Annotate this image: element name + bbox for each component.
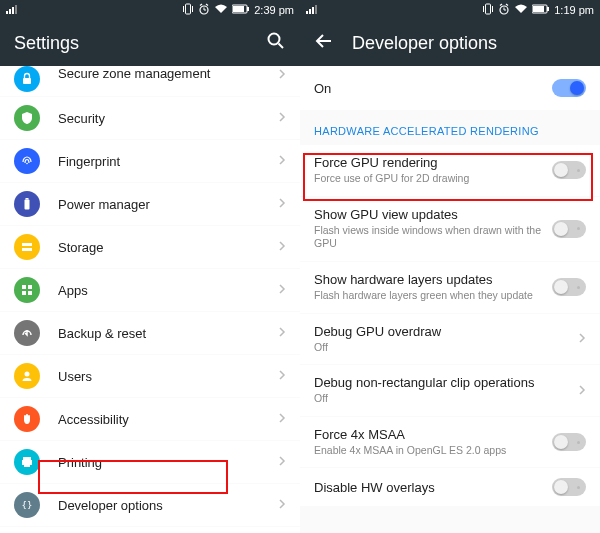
dev-row-force-4x-msaa[interactable]: Force 4x MSAAEnable 4x MSAA in OpenGL ES…: [300, 417, 600, 468]
chevron-right-icon: [578, 330, 586, 348]
settings-row-label: Users: [58, 369, 278, 384]
apps-icon: [14, 277, 40, 303]
dev-row-force-gpu-rendering[interactable]: Force GPU renderingForce use of GPU for …: [300, 145, 600, 196]
dev-row-title: Show GPU view updates: [314, 207, 544, 222]
settings-row-security[interactable]: Security: [0, 97, 300, 139]
search-icon[interactable]: [266, 31, 286, 55]
dev-row-subtitle: Enable 4x MSAA in OpenGL ES 2.0 apps: [314, 444, 544, 458]
page-title: Developer options: [352, 33, 586, 54]
svg-rect-26: [28, 291, 32, 295]
svg-rect-39: [486, 4, 491, 14]
battery-icon: [232, 4, 250, 16]
svg-rect-20: [26, 198, 29, 200]
svg-line-16: [279, 44, 284, 49]
svg-rect-22: [22, 248, 32, 251]
lock-icon: [14, 66, 40, 92]
settings-row-power-manager[interactable]: Power manager: [0, 183, 300, 225]
svg-point-18: [26, 163, 28, 165]
dev-row-title: Debug non-rectangular clip operations: [314, 375, 570, 390]
dev-row-subtitle: Off: [314, 341, 570, 355]
svg-rect-30: [24, 464, 30, 467]
svg-rect-48: [533, 6, 544, 12]
settings-row-accessibility[interactable]: Accessibility: [0, 398, 300, 440]
svg-rect-49: [547, 7, 549, 11]
settings-row-secure-zone-management[interactable]: Secure zone management: [0, 66, 300, 96]
settings-row-printing[interactable]: Printing: [0, 441, 300, 483]
chevron-right-icon: [578, 382, 586, 400]
svg-rect-35: [306, 11, 308, 14]
toggle-switch[interactable]: [552, 278, 586, 296]
svg-rect-2: [12, 7, 14, 14]
dev-row-subtitle: Flash hardware layers green when they up…: [314, 289, 544, 303]
svg-rect-25: [22, 291, 26, 295]
svg-rect-21: [22, 243, 32, 246]
dev-row-show-hardware-layers-updates[interactable]: Show hardware layers updatesFlash hardwa…: [300, 262, 600, 313]
svg-line-10: [200, 4, 202, 6]
back-icon[interactable]: [314, 31, 334, 55]
chevron-right-icon: [278, 324, 286, 342]
vibrate-icon: [482, 3, 494, 17]
svg-rect-3: [15, 5, 17, 14]
chevron-right-icon: [278, 496, 286, 514]
svg-rect-38: [315, 5, 317, 14]
master-switch-toggle[interactable]: [552, 79, 586, 97]
svg-rect-23: [22, 285, 26, 289]
settings-pane: 2:39 pm Settings Secure zone managementS…: [0, 0, 300, 533]
dev-row-title: Debug GPU overdraw: [314, 324, 570, 339]
settings-row-storage[interactable]: Storage: [0, 226, 300, 268]
svg-point-15: [269, 34, 280, 45]
settings-row-users[interactable]: Users: [0, 355, 300, 397]
svg-rect-28: [23, 457, 31, 460]
battery-icon: [532, 4, 550, 16]
settings-row-fingerprint[interactable]: Fingerprint: [0, 140, 300, 182]
chevron-right-icon: [278, 109, 286, 127]
dev-row-subtitle: Flash views inside windows when drawn wi…: [314, 224, 544, 251]
settings-row-developer-options[interactable]: {}Developer options: [0, 484, 300, 526]
hand-icon: [14, 406, 40, 432]
svg-rect-14: [247, 7, 249, 11]
signal-icon: [306, 4, 318, 16]
alarm-icon: [498, 3, 510, 17]
svg-rect-36: [309, 9, 311, 14]
toggle-switch[interactable]: [552, 220, 586, 238]
signal-icon: [6, 4, 18, 16]
svg-line-11: [206, 4, 208, 6]
svg-rect-37: [312, 7, 314, 14]
settings-row-label: Apps: [58, 283, 278, 298]
devopts-icon: {}: [14, 492, 40, 518]
finger-icon: [14, 148, 40, 174]
storage-icon: [14, 234, 40, 260]
svg-rect-13: [233, 6, 244, 12]
chevron-right-icon: [278, 66, 286, 84]
status-bar-left: 2:39 pm: [0, 0, 300, 20]
dev-row-subtitle: Off: [314, 392, 570, 406]
dev-row-debug-gpu-overdraw[interactable]: Debug GPU overdrawOff: [300, 314, 600, 365]
settings-row-apps[interactable]: Apps: [0, 269, 300, 311]
backup-icon: [14, 320, 40, 346]
dev-row-debug-non-rectangular-clip-operations[interactable]: Debug non-rectangular clip operationsOff: [300, 365, 600, 416]
battery-icon: [14, 191, 40, 217]
dev-row-disable-hw-overlays[interactable]: Disable HW overlays: [300, 468, 600, 506]
settings-row-backup-reset[interactable]: Backup & reset: [0, 312, 300, 354]
status-time: 2:39 pm: [254, 4, 294, 16]
settings-row-label: Fingerprint: [58, 154, 278, 169]
chevron-right-icon: [278, 238, 286, 256]
settings-row-label: Accessibility: [58, 412, 278, 427]
svg-rect-1: [9, 9, 11, 14]
dev-row-show-gpu-view-updates[interactable]: Show GPU view updatesFlash views inside …: [300, 197, 600, 261]
shield-icon: [14, 105, 40, 131]
developer-options-pane: 1:19 pm Developer options On HARDWARE AC…: [300, 0, 600, 533]
toggle-switch[interactable]: [552, 433, 586, 451]
toggle-switch[interactable]: [552, 478, 586, 496]
settings-list: Secure zone managementSecurityFingerprin…: [0, 66, 300, 533]
master-switch-row[interactable]: On: [300, 66, 600, 110]
settings-row-label: Backup & reset: [58, 326, 278, 341]
svg-rect-24: [28, 285, 32, 289]
vibrate-icon: [182, 3, 194, 17]
settings-row-label: Storage: [58, 240, 278, 255]
print-icon: [14, 449, 40, 475]
wifi-icon: [214, 4, 228, 16]
toggle-switch[interactable]: [552, 161, 586, 179]
settings-row-about-phone[interactable]: About phone: [0, 527, 300, 533]
chevron-right-icon: [278, 367, 286, 385]
